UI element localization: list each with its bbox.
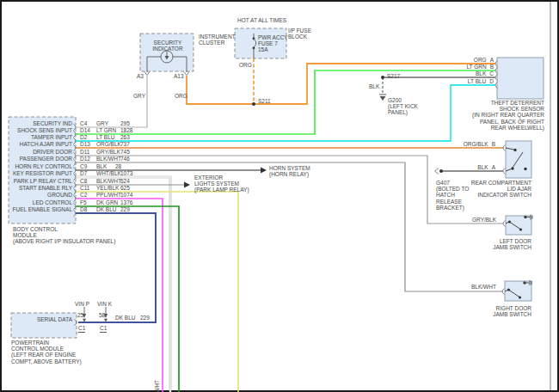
bcm-pin-label: PASSENGER DOOR bbox=[10, 156, 72, 162]
right-door-switch-name: RIGHT DOOR JAMB SWITCH bbox=[480, 305, 531, 317]
pplwht-vertical-wire-label: PPL/WHT bbox=[154, 380, 160, 392]
bcm-pin-label: KEY RESISTOR INPUT bbox=[10, 170, 72, 176]
bcm-pin-id: D8 bbox=[80, 206, 87, 212]
shock-sensor-box bbox=[497, 58, 544, 99]
bcm-wire-color: DK BLU bbox=[96, 206, 116, 212]
bcm-pin-id: D13 bbox=[80, 141, 90, 147]
left-door-wire-label: GRY/BLK bbox=[472, 217, 496, 223]
fuse-name: PWR ACCY FUSE 7 15A bbox=[258, 34, 288, 53]
bcm-pin-id: C8 bbox=[80, 178, 87, 184]
bcm-wire-color: GRY bbox=[96, 120, 108, 126]
bcm-pin-label: FUEL ENABLE SIGNAL bbox=[10, 206, 72, 212]
bcm-circuit: 28 bbox=[115, 163, 121, 169]
bcm-circuit: 624 bbox=[120, 178, 130, 184]
bcm-circuit: 229 bbox=[120, 206, 130, 212]
bcm-pin-id: D14 bbox=[80, 127, 90, 133]
pcm-wire-color-label: DK BLU bbox=[115, 315, 135, 321]
bcm-circuit: 737 bbox=[120, 141, 130, 147]
bcm-pin-label: SHOCK SENS INPUT bbox=[10, 127, 72, 133]
pin-a3-label: A3 bbox=[137, 73, 144, 79]
bcm-pin-label: HORN RLY CONTROL bbox=[10, 163, 72, 169]
splice-s211 bbox=[252, 102, 255, 106]
bcm-pin-id: D12 bbox=[80, 156, 90, 162]
pcm-pin-k-circuit: 58 bbox=[99, 312, 105, 318]
pcm-name: POWERTRAIN CONTROL MODULE (LEFT REAR OF … bbox=[11, 340, 82, 364]
exterior-lights-arrow-icon bbox=[184, 182, 190, 188]
bcm-wire-color: BLK/WHT bbox=[96, 156, 121, 162]
security-indicator-name: SECURITY INDICATOR bbox=[144, 40, 192, 52]
shock-sensor-name: THEFT DETERRENT SHOCK SENSOR (IN RIGHT R… bbox=[407, 100, 544, 131]
bcm-pin-label: PARK LP RELAY CTRL bbox=[10, 178, 72, 184]
bcm-circuit: 263 bbox=[120, 134, 130, 140]
pcm-pin-p-name: VIN P bbox=[75, 301, 89, 307]
bcm-pin-id: D7 bbox=[80, 170, 87, 176]
wire-gry-295 bbox=[76, 76, 147, 127]
bcm-pin-label: START ENABLE RLY bbox=[10, 185, 72, 191]
bcm-wire-color: LT GRN bbox=[96, 127, 116, 133]
org-wire-label: ORG bbox=[175, 93, 187, 99]
hot-at-all-times-label: HOT AT ALL TIMES bbox=[237, 17, 286, 23]
bcm-pin-label: GROUND bbox=[10, 192, 72, 198]
bcm-wire-color: WHT/BLK bbox=[96, 170, 121, 176]
ground-g407-icon bbox=[435, 168, 444, 175]
pcm-pin-k-name: VIN K bbox=[97, 301, 112, 307]
bcm-wire-color: PPL/WHT bbox=[96, 192, 121, 198]
bcm-pin-id: C2 bbox=[80, 192, 87, 198]
pcm-connector-k: C1 bbox=[100, 325, 107, 331]
bcm-circuit: 1073 bbox=[120, 170, 132, 176]
bcm-wire-color: YEL/BLK bbox=[96, 185, 119, 191]
bcm-wire-color: GRY/BLK bbox=[96, 149, 120, 155]
pcm-port-label: SERIAL DATA bbox=[21, 316, 72, 322]
org-feed-wire-label: ORG bbox=[239, 62, 252, 68]
bcm-wire-color: BLK bbox=[96, 163, 107, 169]
bcm-wire-color: LT BLU bbox=[96, 134, 114, 140]
bcm-pin-id: D2 bbox=[80, 134, 87, 140]
left-door-switch-name: LEFT DOOR JAMB SWITCH bbox=[480, 238, 531, 250]
bcm-pin-id: F5 bbox=[80, 199, 87, 205]
bcm-pin-id: D11 bbox=[80, 149, 89, 155]
right-door-wire-label: BLK/WHT bbox=[471, 284, 496, 290]
bcm-pin-label: TAMPER INPUT bbox=[10, 134, 72, 140]
bcm-name: BODY CONTROL MODULE (ABOVE RIGHT I/P INS… bbox=[13, 226, 115, 245]
splice-s217 bbox=[381, 76, 384, 79]
rear-switch-pin-b-label: ORG/BLKB bbox=[444, 141, 495, 147]
bcm-pin-id: C4 bbox=[80, 120, 87, 126]
sensor-pin-b-label: LT GRNB bbox=[442, 64, 494, 70]
bcm-circuit: 1828 bbox=[120, 127, 132, 133]
ground-g200-icon bbox=[379, 95, 386, 101]
rear-switch-name: REAR COMPARTMENT LID AJAR INDICATOR SWIT… bbox=[430, 180, 531, 199]
sensor-pin-a-label: ORGA bbox=[442, 57, 494, 63]
horn-system-destination: HORN SYSTEM (HORN RELAY) bbox=[269, 165, 310, 177]
horn-system-arrow-icon bbox=[261, 168, 267, 174]
pcm-pin-p-circuit: 25 bbox=[77, 312, 83, 318]
instrument-cluster-name: INSTRUMENT CLUSTER bbox=[199, 34, 236, 46]
bcm-circuit: 625 bbox=[120, 185, 130, 191]
sensor-pin-d-label: LT BLUD bbox=[442, 78, 494, 84]
blk-drop-wire-label: BLK bbox=[369, 83, 379, 89]
bcm-circuit: 1376 bbox=[120, 199, 132, 205]
bcm-pin-label: DRIVER DOOR bbox=[10, 149, 72, 155]
bcm-wire-color: ORG/BLK bbox=[96, 141, 121, 147]
rear-switch-pin-a-label: BLKA bbox=[444, 164, 495, 170]
bcm-pin-id: C11 bbox=[80, 185, 89, 191]
pin-a13-label: A13 bbox=[174, 73, 184, 79]
bcm-circuit: 745 bbox=[120, 149, 130, 155]
splice-s217-label: S217 bbox=[387, 73, 400, 79]
wiring-diagram-page: HOT AT ALL TIMES I/P FUSE BLOCK PWR ACCY… bbox=[0, 0, 559, 392]
bcm-circuit: 746 bbox=[120, 156, 130, 162]
bcm-circuit: 295 bbox=[120, 120, 130, 126]
bcm-wire-color: DK GRN bbox=[96, 199, 118, 205]
gry-wire-label: GRY bbox=[133, 93, 145, 99]
left-door-switch-box bbox=[506, 216, 531, 235]
exterior-lights-destination: EXTERIOR LIGHTS SYSTEM (PARK LAMP RELAY) bbox=[194, 175, 249, 193]
fuse-block-name: I/P FUSE BLOCK bbox=[288, 28, 311, 40]
pcm-connector-p: C1 bbox=[78, 325, 85, 331]
sensor-pin-c-label: BLKC bbox=[442, 70, 494, 77]
rear-lid-switch-box bbox=[506, 141, 531, 178]
wire-yelblk-625 bbox=[76, 192, 238, 392]
splice-s211-label: S211 bbox=[258, 98, 271, 104]
bcm-pin-label: HATCH AJAR INPUT bbox=[10, 141, 72, 147]
bcm-pin-label: SECURITY IND bbox=[10, 120, 72, 126]
bcm-circuit: 1074 bbox=[120, 192, 132, 198]
bcm-pin-label: LED CONTROL bbox=[10, 199, 72, 205]
